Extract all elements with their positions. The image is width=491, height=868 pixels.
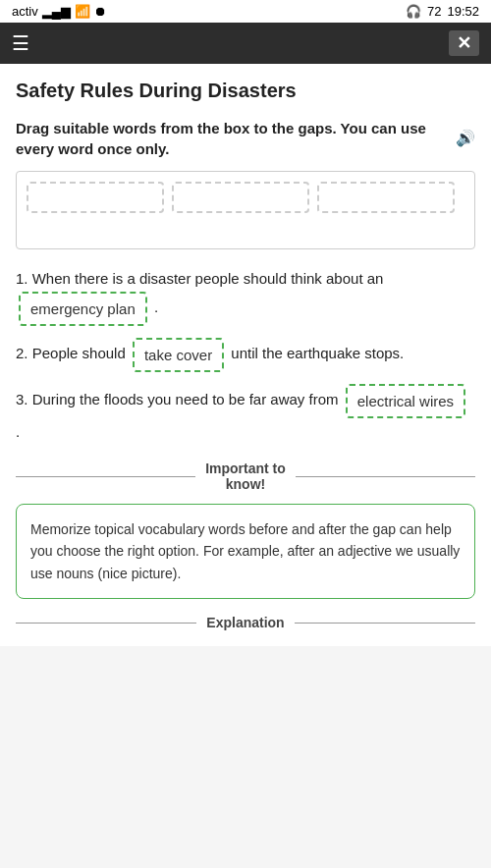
sentence-2-number: 2. (16, 345, 28, 361)
important-divider: Important toknow! (16, 461, 475, 492)
word-box[interactable] (16, 171, 475, 249)
sentence-3-prefix: During the floods you need to be far awa… (32, 391, 343, 407)
tip-text: Memorize topical vocabulary words before… (30, 518, 461, 584)
bottom-divider: Explanation (16, 615, 475, 630)
bottom-divider-line-right (295, 623, 475, 624)
main-content: Safety Rules During Disasters Drag suita… (0, 64, 491, 646)
sentences-section: 1. When there is a disaster people shoul… (16, 265, 475, 445)
header-bar: ☰ ✕ (0, 23, 491, 64)
instruction-label: Drag suitable words from the box to the … (16, 118, 450, 159)
sentence-2-text: 2. People should take cover until the ea… (16, 345, 404, 361)
divider-line-left (16, 476, 195, 477)
word-slot-3[interactable] (317, 182, 455, 213)
wifi-icon: 📶 (75, 4, 90, 19)
sentence-2-answer[interactable]: take cover (133, 338, 224, 372)
status-right: 🎧 72 19:52 (406, 4, 479, 19)
word-slot-2[interactable] (172, 182, 309, 213)
record-icon: ⏺ (94, 4, 107, 19)
time-label: 19:52 (447, 4, 479, 19)
signal-icon: ▂▄▆ (42, 4, 71, 19)
sentence-block-3: 3. During the floods you need to be far … (16, 384, 475, 445)
battery-label: 72 (427, 4, 441, 19)
sentence-3-answer[interactable]: electrical wires (346, 384, 465, 418)
bottom-divider-label: Explanation (206, 615, 284, 630)
page-title: Safety Rules During Disasters (16, 80, 475, 102)
bottom-divider-line-left (16, 623, 196, 624)
sentence-1-answer[interactable]: emergency plan (19, 292, 147, 326)
sentence-3-text: 3. During the floods you need to be far … (16, 391, 468, 440)
sentence-1-text: 1. When there is a disaster people shoul… (16, 270, 383, 315)
sentence-1-suffix: . (154, 298, 158, 315)
word-slot-1[interactable] (27, 182, 164, 213)
close-button[interactable]: ✕ (449, 30, 479, 56)
sentence-3-number: 3. (16, 391, 28, 407)
sentence-block-1: 1. When there is a disaster people shoul… (16, 265, 475, 326)
sentence-2-suffix: until the earthquake stops. (231, 345, 404, 361)
sentence-3-suffix: . (16, 423, 20, 440)
headphone-icon: 🎧 (406, 4, 421, 19)
divider-line-right (296, 476, 475, 477)
audio-icon[interactable]: 🔊 (456, 128, 475, 149)
sentence-1-number: 1. (16, 270, 28, 287)
sentence-2-prefix: People should (32, 345, 130, 361)
divider-label: Important toknow! (205, 461, 286, 492)
status-left: activ ▂▄▆ 📶 ⏺ (12, 4, 107, 19)
carrier-label: activ (12, 4, 38, 19)
hamburger-icon[interactable]: ☰ (12, 31, 29, 55)
status-bar: activ ▂▄▆ 📶 ⏺ 🎧 72 19:52 (0, 0, 491, 23)
tip-box: Memorize topical vocabulary words before… (16, 504, 475, 599)
sentence-block-2: 2. People should take cover until the ea… (16, 338, 475, 372)
instruction-text: Drag suitable words from the box to the … (16, 118, 475, 159)
sentence-1-prefix: When there is a disaster people should t… (32, 270, 384, 287)
